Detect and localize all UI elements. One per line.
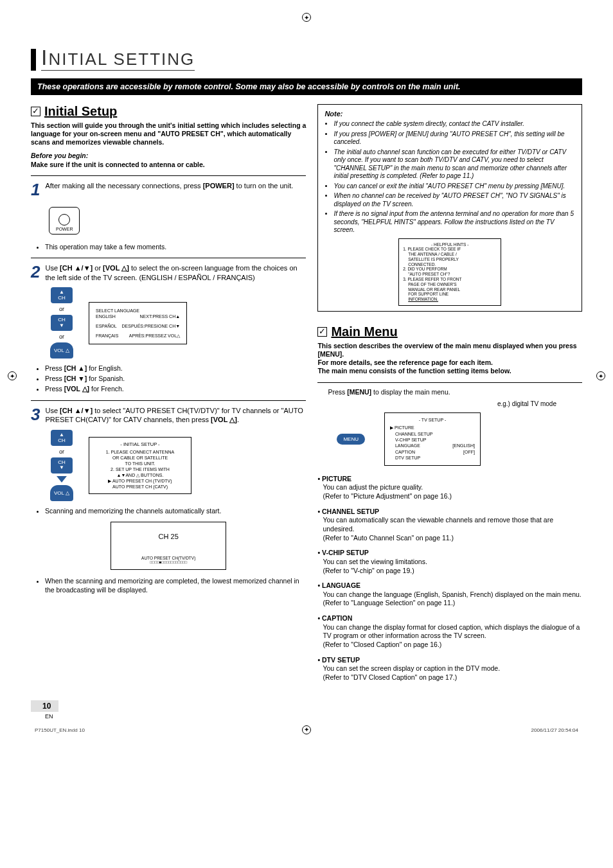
- setting-vchip: • V-CHIP SETUP You can set the viewing l…: [317, 549, 582, 575]
- osd-line: ▲▼AND △ BUTTONS.: [96, 472, 184, 478]
- title-bar-icon: [31, 49, 36, 71]
- menu-button-icon: MENU: [337, 434, 365, 445]
- step1-notes: This operation may take a few moments.: [39, 242, 306, 251]
- step3-illustration: ▲ CH or CH ▼ VOL △ - INITIAL SETUP - 1. …: [50, 430, 306, 501]
- text-bold: [CH ▲/▼]: [60, 264, 93, 272]
- setting-head: • LANGUAGE: [317, 581, 582, 590]
- text: to turn on the unit.: [235, 182, 294, 190]
- text-bold: [VOL △]: [103, 264, 129, 272]
- registration-mark-icon: [302, 13, 311, 22]
- step2-notes: Press [CH ▲] for English. Press [CH ▼] f…: [39, 364, 306, 394]
- step-body: Use [CH ▲/▼] to select "AUTO PRESET CH(T…: [45, 406, 306, 425]
- setting-head: • DTV SETUP: [317, 656, 582, 665]
- osd-line: TO THIS UNIT.: [96, 461, 184, 466]
- text: After making all the necessary connectio…: [45, 182, 202, 190]
- setting-text: You can set the viewing limitations.: [323, 558, 427, 565]
- main-menu-intro: This section describes the overview of t…: [317, 342, 582, 359]
- power-icon: [58, 214, 70, 226]
- step-body: Use [CH ▲/▼] or [VOL △] to select the on…: [45, 263, 306, 283]
- osd-line: OR CABLE OR SATELLITE: [96, 455, 184, 461]
- note-title: Note:: [324, 110, 575, 118]
- registration-mark-icon: [302, 725, 311, 734]
- text-bold: [CH ▲/▼]: [60, 407, 93, 414]
- setting-ref: (Refer to "DTV Closed Caption" on page 1…: [323, 673, 457, 681]
- remote-buttons: ▲ CH or CH ▼ or VOL △: [50, 287, 73, 359]
- tvsetup-cell: ▶ PICTURE: [390, 425, 414, 430]
- right-column: Note: If you connect the cable system di…: [317, 104, 582, 689]
- vol-button-icon: VOL △: [50, 485, 73, 501]
- hints-line: THE ANTENNA / CABLE /: [403, 252, 497, 257]
- scan-bar: □□□□■□□□□□□□□□□□: [115, 560, 222, 564]
- divider: [31, 400, 306, 401]
- setting-ref: (Refer to "Auto Channel Scan" on page 11…: [323, 534, 454, 542]
- left-column: Initial Setup This section will guide yo…: [31, 104, 306, 689]
- setting-dtv: • DTV SETUP You can set the screen displ…: [317, 656, 582, 682]
- setting-text: You can adjust the picture quality.: [323, 483, 423, 491]
- banner: These operations are accessible by remot…: [31, 78, 582, 95]
- setting-head: • V-CHIP SETUP: [317, 549, 582, 558]
- footer-date: 2006/11/27 20:54:04: [531, 727, 578, 733]
- setting-language: • LANGUAGE You can change the language (…: [317, 581, 582, 608]
- osd-line: AUTO PRESET CH (CATV): [96, 484, 184, 490]
- osd-cell: FRANÇAIS: [96, 333, 118, 339]
- scan-label: AUTO PRESET CH(TV/DTV): [115, 556, 222, 560]
- osd-cell: NEXT:PRESS CH▲: [140, 314, 181, 319]
- list-item: If you press [POWER] or [MENU] during "A…: [333, 130, 575, 146]
- note-box: Note: If you connect the cable system di…: [317, 104, 582, 312]
- list-item: The initial auto channel scan function c…: [333, 148, 575, 181]
- tv-setup-osd: - TV SETUP - ▶ PICTURE CHANNEL SETUP V-C…: [384, 412, 481, 466]
- tvsetup-cell: CAPTION: [395, 449, 415, 455]
- setting-head: • PICTURE: [317, 475, 582, 484]
- list-item: You can cancel or exit the initial "AUTO…: [333, 182, 575, 191]
- page-number: 10: [31, 700, 58, 712]
- vol-button-icon: VOL △: [50, 342, 73, 359]
- tvsetup-cell: LANGUAGE: [395, 443, 420, 448]
- text: .: [237, 416, 239, 423]
- hints-line: 3. PLEASE REFER TO FRONT: [403, 277, 497, 282]
- osd-cell: ENGLISH: [96, 314, 116, 319]
- ch-up-button-icon: ▲ CH: [51, 430, 73, 446]
- page-number-block: 10 EN: [31, 700, 582, 720]
- or-label: or: [59, 306, 64, 312]
- tvsetup-cell: [ENGLISH]: [452, 443, 475, 448]
- main-menu-heading: Main Menu: [317, 324, 582, 339]
- list-item: This operation may take a few moments.: [45, 242, 306, 251]
- footer-file: P7150UT_EN.indd 10: [35, 727, 85, 733]
- setting-text: You can change the language (English, Sp…: [323, 590, 581, 598]
- hints-line: INFORMATION.: [403, 297, 497, 302]
- setting-channel: • CHANNEL SETUP You can automatically sc…: [317, 508, 582, 543]
- tvsetup-cell: [OFF]: [463, 449, 475, 455]
- text-bold: [POWER]: [203, 182, 235, 190]
- initial-setup-intro: This section will guide you through the …: [31, 121, 306, 146]
- divider: [31, 175, 306, 176]
- hints-line: SATELLITE IS PROPERLY: [403, 257, 497, 262]
- section-title-text: INITIAL SETTING: [41, 45, 195, 71]
- setting-text: You can automatically scan the viewable …: [323, 516, 553, 533]
- step-1: 1 After making all the necessary connect…: [31, 181, 306, 198]
- text: Use: [45, 264, 60, 272]
- checkbox-icon: [31, 107, 40, 116]
- page-lang: EN: [45, 713, 53, 720]
- hints-title: - HELPFUL HINTS -: [403, 242, 497, 247]
- scan-channel: CH 25: [115, 533, 222, 540]
- step-number: 2: [31, 263, 40, 283]
- section-title: INITIAL SETTING: [31, 45, 582, 71]
- osd-title: SELECT LANGUAGE: [96, 308, 180, 314]
- main-menu-intro: For more details, see the reference page…: [317, 359, 582, 367]
- title-first-letter: I: [41, 45, 48, 69]
- initial-setup-heading: Initial Setup: [31, 104, 306, 119]
- step3-notes2: When the scanning and memorizing are com…: [39, 576, 306, 594]
- step-body: After making all the necessary connectio…: [45, 181, 293, 198]
- or-label: or: [59, 448, 64, 455]
- setting-head: • CAPTION: [317, 614, 582, 623]
- list-item: When the scanning and memorizing are com…: [45, 576, 306, 594]
- setting-ref: (Refer to "Closed Caption" on page 16.): [323, 641, 441, 648]
- osd-cell: DESPUÉS:PRESIONE CH▼: [122, 323, 181, 329]
- hints-line: MANUAL OR REAR PANEL: [403, 287, 497, 292]
- step-number: 3: [31, 406, 40, 425]
- ch-down-button-icon: CH ▼: [51, 315, 73, 331]
- hints-line: CONNECTED.: [403, 262, 497, 267]
- step2-illustration: ▲ CH or CH ▼ or VOL △ SELECT LANGUAGE EN…: [50, 287, 306, 359]
- remote-buttons: ▲ CH or CH ▼ VOL △: [50, 430, 73, 501]
- osd-line: 2. SET UP THE ITEMS WITH: [96, 466, 184, 472]
